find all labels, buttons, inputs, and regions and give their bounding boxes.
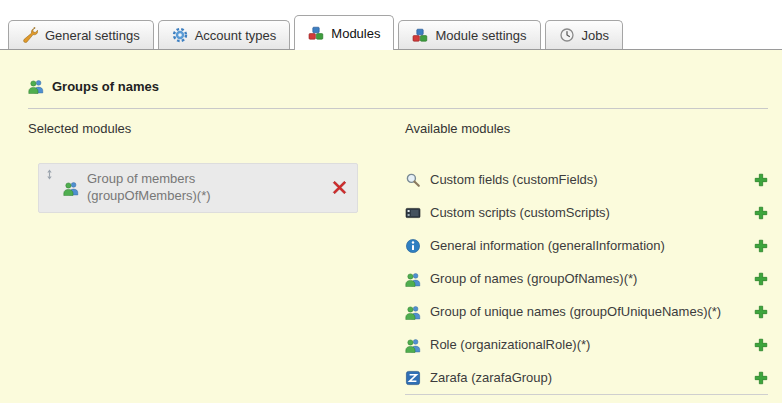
group-icon — [405, 271, 421, 287]
module-label: General information (generalInformation) — [430, 238, 665, 253]
tab-label: Modules — [331, 26, 380, 41]
add-module-button[interactable] — [754, 239, 768, 253]
group-icon — [28, 78, 44, 94]
modules-icon — [412, 27, 428, 43]
selected-module-item[interactable]: Group of members (groupOfMembers)(*) — [38, 163, 358, 213]
list-item: Group of unique names (groupOfUniqueName… — [405, 295, 768, 328]
tab-jobs[interactable]: Jobs — [545, 20, 623, 49]
group-icon — [63, 180, 79, 196]
add-module-button[interactable] — [754, 206, 768, 220]
page-title: Groups of names — [52, 79, 159, 94]
list-item: General information (generalInformation) — [405, 229, 768, 262]
module-label: Custom scripts (customScripts) — [430, 205, 610, 220]
section-divider — [28, 108, 768, 109]
plus-icon — [754, 206, 768, 220]
add-module-button[interactable] — [754, 338, 768, 352]
remove-module-button[interactable] — [332, 180, 347, 195]
add-module-button[interactable] — [754, 272, 768, 286]
delete-icon — [332, 180, 347, 195]
add-module-button[interactable] — [754, 173, 768, 187]
selected-modules-column: Selected modules Group of members (group… — [28, 121, 393, 395]
tab-account-types[interactable]: Account types — [158, 20, 291, 49]
available-modules-column: Available modules Custom fields (customF… — [405, 121, 768, 395]
tab-label: General settings — [45, 28, 140, 43]
plus-icon — [754, 305, 768, 319]
tab-label: Account types — [195, 28, 277, 43]
tab-module-settings[interactable]: Module settings — [398, 20, 540, 49]
module-label: Custom fields (customFields) — [430, 172, 598, 187]
available-modules-heading: Available modules — [405, 121, 768, 137]
plus-icon — [754, 338, 768, 352]
list-item: Custom fields (customFields) — [405, 163, 768, 196]
module-label: Group of names (groupOfNames)(*) — [430, 271, 637, 286]
selected-module-label: Group of members (groupOfMembers)(*) — [87, 171, 292, 205]
tab-bar: General settings Account types Modules M… — [0, 0, 782, 50]
plus-icon — [754, 272, 768, 286]
list-item: Zarafa (zarafaGroup) — [405, 361, 768, 394]
tab-modules[interactable]: Modules — [294, 15, 394, 50]
module-label: Group of unique names (groupOfUniqueName… — [430, 304, 721, 319]
info-icon — [405, 238, 421, 254]
plus-icon — [754, 173, 768, 187]
list-item: Custom scripts (customScripts) — [405, 196, 768, 229]
drag-handle-icon[interactable] — [44, 169, 55, 180]
group-icon — [405, 304, 421, 320]
module-label: Role (organizationalRole)(*) — [430, 337, 590, 352]
group-icon — [405, 337, 421, 353]
script-icon — [405, 205, 421, 221]
tab-label: Jobs — [582, 28, 609, 43]
tab-general-settings[interactable]: General settings — [8, 20, 154, 49]
wrench-icon — [22, 27, 38, 43]
selected-modules-heading: Selected modules — [28, 121, 393, 137]
list-item: Role (organizationalRole)(*) — [405, 328, 768, 361]
magnifier-icon — [405, 172, 421, 188]
section-header: Groups of names — [28, 76, 768, 96]
sync-gear-icon — [172, 27, 188, 43]
list-item: Group of names (groupOfNames)(*) — [405, 262, 768, 295]
modules-icon — [308, 25, 324, 41]
list-bottom-divider — [405, 394, 768, 395]
add-module-button[interactable] — [754, 305, 768, 319]
modules-tab-content: Groups of names Selected modules Group o… — [0, 50, 782, 403]
clock-icon — [559, 27, 575, 43]
plus-icon — [754, 239, 768, 253]
plus-icon — [754, 371, 768, 385]
tab-label: Module settings — [435, 28, 526, 43]
module-label: Zarafa (zarafaGroup) — [430, 370, 552, 385]
zarafa-icon — [405, 370, 421, 386]
add-module-button[interactable] — [754, 371, 768, 385]
lam-config-window: General settings Account types Modules M… — [0, 0, 782, 403]
